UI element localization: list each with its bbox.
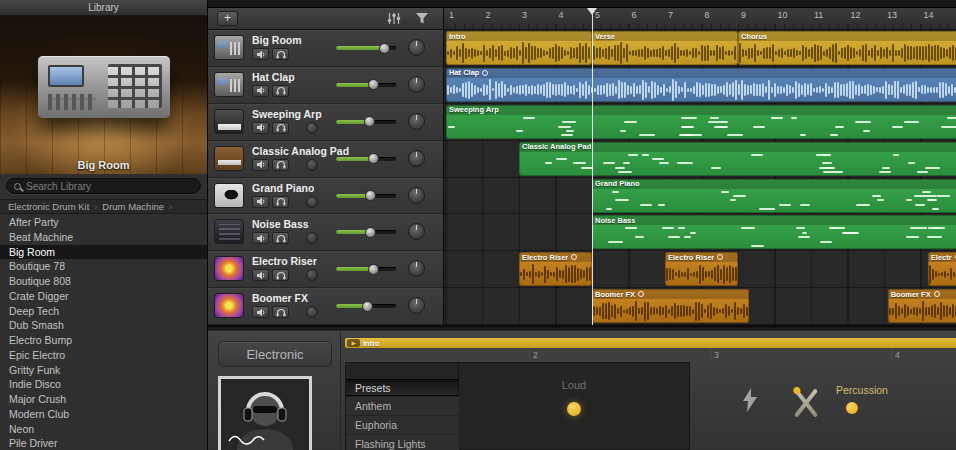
volume-slider-knob[interactable] xyxy=(362,301,373,312)
input-monitor-button[interactable] xyxy=(306,159,318,171)
input-monitor-button[interactable] xyxy=(306,269,318,281)
playhead[interactable] xyxy=(592,8,593,325)
library-item[interactable]: Boutique 78 xyxy=(0,259,207,274)
track-header[interactable]: Hat Clap xyxy=(208,67,443,104)
drumsticks-icon[interactable] xyxy=(788,386,824,420)
preset-item[interactable]: Euphoria xyxy=(346,416,459,435)
lightning-icon[interactable] xyxy=(742,388,758,416)
preset-item[interactable]: Anthem xyxy=(346,397,459,416)
volume-slider-knob[interactable] xyxy=(368,264,379,275)
library-item[interactable]: Major Crush xyxy=(0,392,207,407)
add-track-button[interactable]: + xyxy=(217,11,238,26)
solo-button[interactable] xyxy=(272,159,289,171)
library-item[interactable]: Pile Driver xyxy=(0,436,207,450)
pan-knob[interactable] xyxy=(408,76,425,93)
region[interactable]: Grand Piano xyxy=(592,179,956,213)
volume-slider-knob[interactable] xyxy=(365,227,376,238)
region[interactable]: Classic Analog Pad xyxy=(519,142,956,176)
library-item[interactable]: Indie Disco xyxy=(0,377,207,392)
filter-icon[interactable] xyxy=(412,11,432,26)
xy-pad[interactable]: Loud xyxy=(459,363,689,449)
editor-region-bar[interactable]: ▶ Intro xyxy=(345,338,956,348)
library-item[interactable]: Big Room xyxy=(0,245,207,260)
library-item[interactable]: Neon xyxy=(0,422,207,437)
input-monitor-button[interactable] xyxy=(306,232,318,244)
volume-slider-knob[interactable] xyxy=(379,43,390,54)
mute-button[interactable] xyxy=(252,159,269,171)
mute-button[interactable] xyxy=(252,122,269,134)
region[interactable]: Hat Clap xyxy=(446,68,956,102)
solo-button[interactable] xyxy=(272,269,289,281)
library-item[interactable]: Gritty Funk xyxy=(0,363,207,378)
volume-slider-knob[interactable] xyxy=(368,153,379,164)
mute-button[interactable] xyxy=(252,196,269,208)
patch-category-button[interactable]: Electronic xyxy=(218,341,332,367)
region[interactable]: Verse xyxy=(592,31,738,65)
volume-slider[interactable] xyxy=(336,300,396,312)
volume-slider-knob[interactable] xyxy=(368,79,379,90)
volume-slider[interactable] xyxy=(336,42,396,54)
volume-slider-knob[interactable] xyxy=(365,190,376,201)
library-item[interactable]: Electro Bump xyxy=(0,333,207,348)
input-monitor-button[interactable] xyxy=(306,196,318,208)
solo-button[interactable] xyxy=(272,232,289,244)
input-monitor-button[interactable] xyxy=(306,306,318,318)
track-header[interactable]: Boomer FX xyxy=(208,288,443,325)
breadcrumb-segment[interactable]: Electronic Drum Kit xyxy=(8,201,89,212)
library-item[interactable]: Deep Tech xyxy=(0,304,207,319)
volume-slider[interactable] xyxy=(336,226,396,238)
library-item[interactable]: Epic Electro xyxy=(0,348,207,363)
mute-button[interactable] xyxy=(252,85,269,97)
library-item[interactable]: Beat Machine xyxy=(0,230,207,245)
volume-slider[interactable] xyxy=(336,79,396,91)
pan-knob[interactable] xyxy=(408,113,425,130)
volume-slider-knob[interactable] xyxy=(364,116,375,127)
preset-item[interactable]: Flashing Lights xyxy=(346,435,459,450)
region[interactable]: Boomer FX xyxy=(592,289,749,323)
track-header[interactable]: Big Room xyxy=(208,30,443,67)
library-item[interactable]: Dub Smash xyxy=(0,318,207,333)
pan-knob[interactable] xyxy=(408,260,425,277)
region[interactable]: Intro xyxy=(446,31,592,65)
region[interactable]: Electro Riser xyxy=(665,252,738,286)
panel-resize-divider[interactable] xyxy=(208,325,956,332)
pan-knob[interactable] xyxy=(408,223,425,240)
xy-pad-handle[interactable] xyxy=(567,402,581,416)
volume-slider[interactable] xyxy=(336,153,396,165)
library-item[interactable]: Boutique 808 xyxy=(0,274,207,289)
solo-button[interactable] xyxy=(272,48,289,60)
arrange-area[interactable]: Intro Verse Chorus Hat Clap Sweeping Arp… xyxy=(443,0,956,325)
track-header[interactable]: Classic Analog Pad xyxy=(208,141,443,178)
search-input[interactable]: Search Library xyxy=(6,178,201,194)
library-item[interactable]: After Party xyxy=(0,215,207,230)
region[interactable]: Sweeping Arp xyxy=(446,105,956,139)
region[interactable]: Chorus xyxy=(738,31,956,65)
region[interactable]: Boomer FX xyxy=(888,289,956,323)
pan-knob[interactable] xyxy=(408,39,425,56)
volume-slider[interactable] xyxy=(336,263,396,275)
pan-knob[interactable] xyxy=(408,297,425,314)
track-header[interactable]: Electro Riser xyxy=(208,251,443,288)
track-header[interactable]: Grand Piano xyxy=(208,178,443,215)
pan-knob[interactable] xyxy=(408,150,425,167)
input-monitor-button[interactable] xyxy=(306,122,318,134)
breadcrumb-segment[interactable]: Drum Machine xyxy=(102,201,164,212)
region[interactable]: Electro Riser xyxy=(519,252,592,286)
track-header[interactable]: Sweeping Arp xyxy=(208,104,443,141)
mute-button[interactable] xyxy=(252,306,269,318)
track-header[interactable]: Noise Bass xyxy=(208,214,443,251)
mute-button[interactable] xyxy=(252,48,269,60)
region[interactable]: Electro Riser xyxy=(928,252,956,286)
library-item[interactable]: Crate Digger xyxy=(0,289,207,304)
solo-button[interactable] xyxy=(272,122,289,134)
ruler[interactable]: 1234567891011121314 xyxy=(444,8,956,30)
pan-knob[interactable] xyxy=(408,187,425,204)
percussion-knob[interactable] xyxy=(846,402,858,414)
mute-button[interactable] xyxy=(252,232,269,244)
mute-button[interactable] xyxy=(252,269,269,281)
mixer-icon[interactable] xyxy=(384,11,404,26)
solo-button[interactable] xyxy=(272,85,289,97)
volume-slider[interactable] xyxy=(336,190,396,202)
library-item[interactable]: Modern Club xyxy=(0,407,207,422)
volume-slider[interactable] xyxy=(336,116,396,128)
